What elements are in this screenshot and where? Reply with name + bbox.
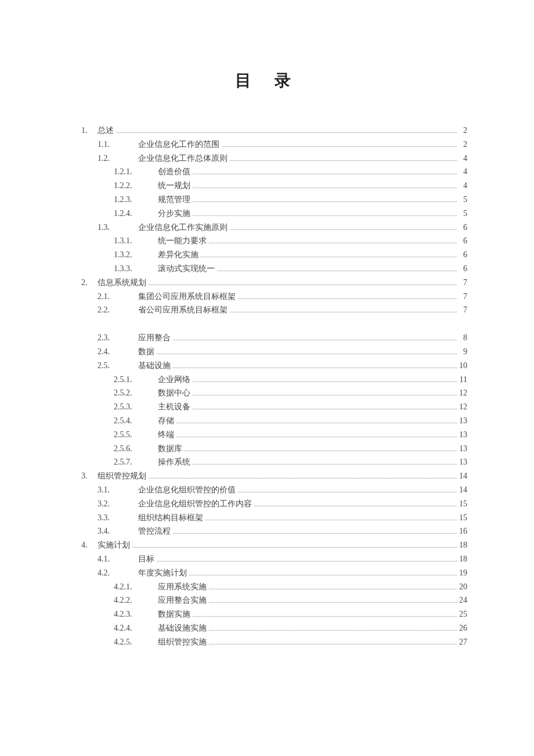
toc-entry-number: 1.2.3. [114, 193, 158, 207]
toc-leader-dots [193, 381, 457, 382]
toc-entry-number: 1.2.4. [114, 207, 158, 221]
toc-entry[interactable]: 2.信息系统规划7 [81, 276, 467, 290]
toc-page-number: 13 [459, 428, 467, 442]
toc-leader-dots [201, 257, 457, 257]
toc-page-number: 10 [459, 359, 467, 373]
toc-leader-dots [254, 506, 457, 506]
toc-entry[interactable]: 4.1.目标18 [98, 552, 467, 566]
toc-entry[interactable]: 1.3.1.统一能力要求6 [114, 234, 467, 248]
toc-entry-label: 规范管理 [158, 193, 190, 207]
toc-leader-dots [238, 492, 457, 492]
toc-entry[interactable]: 1.2.1.创造价值4 [114, 165, 467, 179]
toc-entry-label: 创造价值 [158, 165, 190, 179]
toc-page-number: 5 [459, 207, 467, 221]
toc-entry[interactable]: 2.5.7.操作系统13 [114, 455, 467, 469]
toc-entry-number: 4.1. [98, 552, 138, 566]
toc-entry-number: 2.3. [98, 331, 138, 345]
toc-entry[interactable]: 1.1.企业信息化工作的范围2 [98, 138, 467, 152]
toc-entry-label: 数据中心 [158, 386, 190, 400]
toc-entry-label: 操作系统 [158, 455, 190, 469]
toc-entry[interactable]: 2.3.应用整合8 [98, 331, 467, 345]
toc-entry[interactable]: 4.2.5.组织管控实施27 [114, 635, 467, 649]
toc-entry[interactable]: 2.2.省公司应用系统目标框架7 [98, 303, 467, 317]
toc-entry-number: 2.5. [98, 359, 138, 373]
toc-leader-dots [173, 368, 457, 368]
toc-entry-label: 企业网络 [158, 373, 190, 387]
toc-page-number: 2 [459, 138, 467, 152]
toc-page-number: 4 [459, 165, 467, 179]
toc-page-number: 14 [459, 483, 467, 497]
toc-entry[interactable]: 2.5.基础设施10 [98, 359, 467, 373]
toc-entry[interactable]: 2.5.4.存储13 [114, 414, 467, 428]
toc-entry[interactable]: 2.5.2.数据中心12 [114, 386, 467, 400]
toc-entry[interactable]: 4.2.年度实施计划19 [98, 566, 467, 580]
toc-page: 目录 1.总述21.1.企业信息化工作的范围21.2.企业信息化工作总体原则41… [0, 0, 534, 701]
toc-entry-number: 4.2. [98, 566, 138, 580]
toc-entry-number: 4.2.5. [114, 635, 158, 649]
toc-entry[interactable]: 1.3.企业信息化工作实施原则6 [98, 221, 467, 235]
toc-entry[interactable]: 3.4.管控流程16 [98, 524, 467, 538]
toc-entry-label: 基础设施实施 [158, 621, 207, 635]
toc-entry[interactable]: 4.2.2.应用整合实施24 [114, 593, 467, 607]
toc-leader-dots [209, 630, 457, 631]
toc-entry[interactable]: 1.3.3.滚动式实现统一6 [114, 262, 467, 276]
toc-leader-dots [222, 146, 457, 147]
toc-entry-label: 存储 [158, 414, 174, 428]
toc-entry[interactable]: 2.4.数据9 [98, 345, 467, 359]
toc-entry[interactable]: 2.5.1.企业网络11 [114, 373, 467, 387]
toc-page-number: 6 [459, 262, 467, 276]
toc-leader-dots [209, 602, 457, 603]
toc-page-number: 27 [459, 635, 467, 649]
toc-page-number: 18 [459, 552, 467, 566]
toc-entry-number: 1.3. [98, 221, 138, 235]
toc-entry[interactable]: 4.实施计划18 [81, 538, 467, 552]
toc-page-number: 13 [459, 442, 467, 456]
toc-leader-dots [193, 409, 457, 409]
toc-leader-dots [193, 616, 457, 617]
toc-entry-label: 组织结构目标框架 [138, 511, 203, 525]
toc-page-number: 13 [459, 414, 467, 428]
toc-entry-label: 统一能力要求 [158, 234, 207, 248]
toc-leader-dots [238, 298, 457, 299]
toc-page-number: 11 [459, 373, 467, 387]
toc-page-number: 12 [459, 400, 467, 414]
toc-page-number: 7 [459, 290, 467, 304]
toc-entry-label: 企业信息化工作的范围 [138, 138, 219, 152]
toc-entry[interactable]: 3.2.企业信息化组织管控的工作内容15 [98, 497, 467, 511]
toc-page-number: 24 [459, 593, 467, 607]
toc-entry[interactable]: 1.总述2 [81, 124, 467, 138]
toc-entry[interactable]: 2.1.集团公司应用系统目标框架7 [98, 290, 467, 304]
toc-page-number: 12 [459, 386, 467, 400]
toc-entry-label: 组织管控实施 [158, 635, 207, 649]
toc-entry-number: 4. [81, 538, 98, 552]
toc-entry[interactable]: 2.5.5.终端13 [114, 428, 467, 442]
toc-entry[interactable]: 4.2.1.应用系统实施20 [114, 580, 467, 594]
toc-entry-label: 统一规划 [158, 179, 190, 193]
toc-leader-dots [185, 451, 457, 451]
toc-entry[interactable]: 2.5.6.数据库13 [114, 442, 467, 456]
toc-entry-label: 终端 [158, 428, 174, 442]
toc-leader-dots [173, 533, 457, 534]
toc-entry-number: 2.5.2. [114, 386, 158, 400]
toc-entry-label: 分步实施 [158, 207, 190, 221]
toc-entry[interactable]: 1.2.3.规范管理5 [114, 193, 467, 207]
toc-leader-dots [193, 395, 457, 395]
toc-entry[interactable]: 3.组织管控规划14 [81, 469, 467, 483]
toc-entry-number: 3.3. [98, 511, 138, 525]
toc-entry[interactable]: 1.3.2.差异化实施6 [114, 248, 467, 262]
toc-entry-number: 3. [81, 469, 98, 483]
toc-entry[interactable]: 2.5.3.主机设备12 [114, 400, 467, 414]
toc-leader-dots [193, 215, 457, 216]
toc-leader-dots [149, 478, 457, 478]
toc-entry[interactable]: 1.2.2.统一规划4 [114, 179, 467, 193]
toc-leader-dots [189, 575, 457, 575]
toc-entry[interactable]: 1.2.企业信息化工作总体原则4 [98, 152, 467, 165]
toc-entry-label: 应用系统实施 [158, 580, 207, 594]
toc-title: 目录 [81, 70, 467, 92]
toc-entry-label: 应用整合 [138, 331, 171, 345]
toc-entry[interactable]: 1.2.4.分步实施5 [114, 207, 467, 221]
toc-entry[interactable]: 3.1.企业信息化组织管控的价值14 [98, 483, 467, 497]
toc-entry[interactable]: 4.2.4.基础设施实施26 [114, 621, 467, 635]
toc-entry[interactable]: 3.3.组织结构目标框架15 [98, 511, 467, 525]
toc-entry[interactable]: 4.2.3.数据实施25 [114, 607, 467, 621]
